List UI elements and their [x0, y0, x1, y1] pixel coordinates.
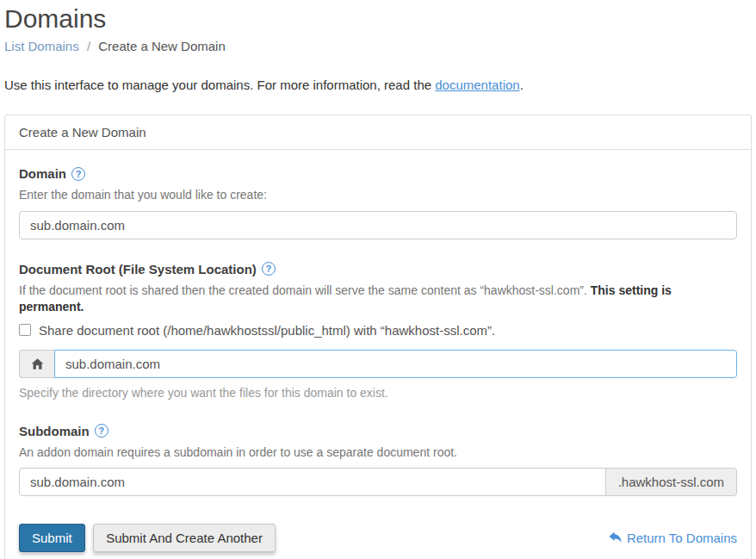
breadcrumb-link-list-domains[interactable]: List Domains	[4, 39, 79, 53]
intro-text: Use this interface to manage your domain…	[4, 78, 752, 92]
help-icon[interactable]: ?	[71, 167, 85, 181]
document-root-input-group	[19, 350, 737, 378]
document-root-hint: If the document root is shared then the …	[19, 283, 737, 315]
domain-form-group: Domain ? Enter the domain that you would…	[19, 166, 737, 239]
subdomain-label: Subdomain	[19, 424, 90, 438]
document-root-hint-below: Specify the directory where you want the…	[19, 385, 737, 401]
return-link-label: Return To Domains	[627, 531, 737, 545]
create-domain-panel: Create a New Domain Domain ? Enter the d…	[4, 115, 752, 559]
share-docroot-checkbox[interactable]	[19, 324, 31, 336]
domain-hint: Enter the domain that you would like to …	[19, 187, 737, 203]
share-docroot-row[interactable]: Share document root (/home/hawkhostssl/p…	[19, 323, 737, 338]
submit-button[interactable]: Submit	[19, 524, 85, 552]
document-root-hint-normal: If the document root is shared then the …	[19, 283, 591, 297]
share-docroot-label: Share document root (/home/hawkhostssl/p…	[39, 323, 495, 338]
panel-heading: Create a New Domain	[5, 115, 751, 150]
home-icon	[19, 350, 54, 378]
page: Domains List Domains / Create a New Doma…	[0, 0, 756, 559]
subdomain-form-group: Subdomain ? An addon domain requires a s…	[19, 424, 737, 497]
domain-label: Domain	[19, 166, 66, 181]
reply-arrow-icon	[609, 531, 622, 544]
document-root-label: Document Root (File System Location)	[19, 262, 257, 276]
help-icon[interactable]: ?	[262, 262, 276, 276]
subdomain-hint: An addon domain requires a subdomain in …	[19, 444, 737, 461]
return-to-domains-link[interactable]: Return To Domains	[609, 531, 737, 545]
submit-buttons: Submit Submit And Create Another	[19, 524, 276, 552]
subdomain-input[interactable]	[19, 468, 606, 496]
page-title: Domains	[4, 4, 752, 33]
documentation-link[interactable]: documentation	[435, 78, 519, 92]
intro-text-before: Use this interface to manage your domain…	[4, 78, 435, 92]
intro-text-after: .	[520, 78, 524, 92]
subdomain-suffix: .hawkhost-ssl.com	[605, 468, 737, 496]
actions-row: Submit Submit And Create Another Return …	[19, 524, 737, 552]
document-root-form-group: Document Root (File System Location) ? I…	[19, 262, 737, 401]
breadcrumb: List Domains / Create a New Domain	[4, 39, 752, 53]
help-icon[interactable]: ?	[95, 424, 108, 438]
document-root-input[interactable]	[54, 350, 737, 378]
subdomain-input-group: .hawkhost-ssl.com	[19, 468, 737, 496]
panel-body: Domain ? Enter the domain that you would…	[5, 150, 751, 559]
breadcrumb-current: Create a New Domain	[98, 39, 226, 53]
breadcrumb-separator: /	[87, 39, 90, 53]
domain-input[interactable]	[19, 211, 737, 239]
submit-and-create-another-button[interactable]: Submit And Create Another	[93, 524, 276, 552]
